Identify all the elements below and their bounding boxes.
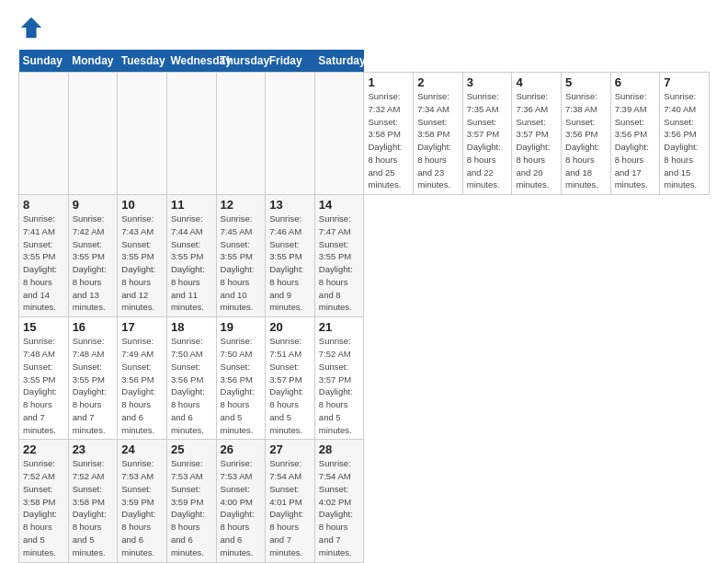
day-of-week-sunday: Sunday (19, 50, 69, 73)
calendar-cell: 21 Sunrise: 7:52 AM Sunset: 3:57 PM Dayl… (314, 317, 364, 440)
day-of-week-tuesday: Tuesday (118, 50, 167, 73)
day-number: 5 (565, 75, 607, 89)
day-info: Sunrise: 7:45 AM Sunset: 3:55 PM Dayligh… (221, 213, 262, 314)
calendar-cell: 4 Sunrise: 7:36 AM Sunset: 3:57 PM Dayli… (512, 73, 562, 195)
calendar-cell: 14 Sunrise: 7:47 AM Sunset: 3:55 PM Dayl… (314, 195, 364, 317)
day-info: Sunrise: 7:35 AM Sunset: 3:57 PM Dayligh… (467, 90, 508, 191)
day-number: 18 (171, 320, 212, 334)
day-number: 2 (417, 75, 459, 89)
calendar-cell (118, 73, 167, 195)
day-number: 3 (467, 75, 508, 89)
day-info: Sunrise: 7:54 AM Sunset: 4:01 PM Dayligh… (269, 457, 311, 558)
day-info: Sunrise: 7:46 AM Sunset: 3:55 PM Dayligh… (269, 213, 311, 314)
day-number: 11 (171, 198, 212, 212)
calendar-cell: 23 Sunrise: 7:52 AM Sunset: 3:58 PM Dayl… (68, 440, 118, 562)
day-info: Sunrise: 7:50 AM Sunset: 3:56 PM Dayligh… (171, 335, 212, 436)
calendar-cell (216, 73, 266, 195)
day-number: 25 (171, 442, 212, 456)
calendar-cell: 2 Sunrise: 7:34 AM Sunset: 3:58 PM Dayli… (414, 73, 463, 195)
day-info: Sunrise: 7:52 AM Sunset: 3:57 PM Dayligh… (319, 335, 360, 436)
day-info: Sunrise: 7:34 AM Sunset: 3:58 PM Dayligh… (417, 90, 459, 191)
day-info: Sunrise: 7:53 AM Sunset: 4:00 PM Dayligh… (221, 457, 262, 558)
day-number: 22 (23, 442, 64, 456)
day-info: Sunrise: 7:32 AM Sunset: 3:58 PM Dayligh… (368, 90, 409, 191)
day-info: Sunrise: 7:48 AM Sunset: 3:55 PM Dayligh… (73, 335, 114, 436)
calendar-cell: 22 Sunrise: 7:52 AM Sunset: 3:58 PM Dayl… (19, 440, 69, 562)
calendar-cell (68, 73, 118, 195)
day-info: Sunrise: 7:52 AM Sunset: 3:58 PM Dayligh… (23, 457, 64, 558)
calendar-cell: 1 Sunrise: 7:32 AM Sunset: 3:58 PM Dayli… (364, 73, 414, 195)
day-number: 4 (516, 75, 557, 89)
day-number: 24 (121, 442, 163, 456)
calendar-cell: 26 Sunrise: 7:53 AM Sunset: 4:00 PM Dayl… (216, 440, 266, 562)
calendar-cell: 8 Sunrise: 7:41 AM Sunset: 3:55 PM Dayli… (19, 195, 69, 317)
day-number: 1 (368, 75, 409, 89)
day-number: 19 (221, 320, 262, 334)
calendar-cell: 3 Sunrise: 7:35 AM Sunset: 3:57 PM Dayli… (462, 73, 512, 195)
calendar-cell: 15 Sunrise: 7:48 AM Sunset: 3:55 PM Dayl… (19, 317, 69, 440)
calendar-cell: 25 Sunrise: 7:53 AM Sunset: 3:59 PM Dayl… (166, 440, 216, 562)
day-info: Sunrise: 7:47 AM Sunset: 3:55 PM Dayligh… (319, 213, 360, 314)
calendar-cell: 5 Sunrise: 7:38 AM Sunset: 3:56 PM Dayli… (562, 73, 611, 195)
calendar-cell: 28 Sunrise: 7:54 AM Sunset: 4:02 PM Dayl… (314, 440, 364, 562)
day-number: 6 (615, 75, 656, 89)
day-info: Sunrise: 7:50 AM Sunset: 3:56 PM Dayligh… (221, 335, 262, 436)
day-info: Sunrise: 7:48 AM Sunset: 3:55 PM Dayligh… (23, 335, 64, 436)
calendar-cell: 9 Sunrise: 7:42 AM Sunset: 3:55 PM Dayli… (68, 195, 118, 317)
header (18, 15, 710, 40)
day-of-week-monday: Monday (68, 50, 118, 73)
day-info: Sunrise: 7:52 AM Sunset: 3:58 PM Dayligh… (73, 457, 114, 558)
day-number: 20 (269, 320, 311, 334)
calendar-table: SundayMondayTuesdayWednesdayThursdayFrid… (18, 50, 710, 563)
day-number: 10 (121, 198, 163, 212)
day-info: Sunrise: 7:36 AM Sunset: 3:57 PM Dayligh… (516, 90, 557, 191)
day-info: Sunrise: 7:49 AM Sunset: 3:56 PM Dayligh… (121, 335, 163, 436)
calendar-cell: 19 Sunrise: 7:50 AM Sunset: 3:56 PM Dayl… (216, 317, 266, 440)
calendar-cell (166, 73, 216, 195)
logo-icon (18, 15, 44, 40)
day-number: 13 (269, 198, 311, 212)
calendar-cell: 12 Sunrise: 7:45 AM Sunset: 3:55 PM Dayl… (216, 195, 266, 317)
svg-marker-0 (21, 17, 41, 38)
day-info: Sunrise: 7:39 AM Sunset: 3:56 PM Dayligh… (615, 90, 656, 191)
day-info: Sunrise: 7:53 AM Sunset: 3:59 PM Dayligh… (171, 457, 212, 558)
day-info: Sunrise: 7:41 AM Sunset: 3:55 PM Dayligh… (23, 213, 64, 314)
day-number: 9 (73, 198, 114, 212)
calendar-header-row: SundayMondayTuesdayWednesdayThursdayFrid… (19, 50, 710, 73)
day-info: Sunrise: 7:43 AM Sunset: 3:55 PM Dayligh… (121, 213, 163, 314)
day-number: 23 (73, 442, 114, 456)
calendar-cell: 27 Sunrise: 7:54 AM Sunset: 4:01 PM Dayl… (266, 440, 315, 562)
day-number: 27 (269, 442, 311, 456)
day-of-week-wednesday: Wednesday (166, 50, 216, 73)
calendar-cell: 10 Sunrise: 7:43 AM Sunset: 3:55 PM Dayl… (118, 195, 167, 317)
calendar-cell (314, 73, 364, 195)
calendar-cell (266, 73, 315, 195)
day-info: Sunrise: 7:38 AM Sunset: 3:56 PM Dayligh… (565, 90, 607, 191)
day-number: 28 (319, 442, 360, 456)
calendar-cell: 13 Sunrise: 7:46 AM Sunset: 3:55 PM Dayl… (266, 195, 315, 317)
logo (18, 15, 48, 40)
page: SundayMondayTuesdayWednesdayThursdayFrid… (0, 0, 728, 563)
day-of-week-friday: Friday (266, 50, 315, 73)
calendar-cell: 18 Sunrise: 7:50 AM Sunset: 3:56 PM Dayl… (166, 317, 216, 440)
calendar-cell: 11 Sunrise: 7:44 AM Sunset: 3:55 PM Dayl… (166, 195, 216, 317)
calendar-cell (19, 73, 69, 195)
day-number: 21 (319, 320, 360, 334)
calendar-cell: 7 Sunrise: 7:40 AM Sunset: 3:56 PM Dayli… (660, 73, 710, 195)
day-number: 16 (73, 320, 114, 334)
day-info: Sunrise: 7:53 AM Sunset: 3:59 PM Dayligh… (121, 457, 163, 558)
day-of-week-thursday: Thursday (216, 50, 266, 73)
day-number: 12 (221, 198, 262, 212)
day-number: 26 (221, 442, 262, 456)
calendar-cell: 17 Sunrise: 7:49 AM Sunset: 3:56 PM Dayl… (118, 317, 167, 440)
day-info: Sunrise: 7:54 AM Sunset: 4:02 PM Dayligh… (319, 457, 360, 558)
day-number: 14 (319, 198, 360, 212)
calendar-cell: 20 Sunrise: 7:51 AM Sunset: 3:57 PM Dayl… (266, 317, 315, 440)
day-info: Sunrise: 7:51 AM Sunset: 3:57 PM Dayligh… (269, 335, 311, 436)
day-info: Sunrise: 7:42 AM Sunset: 3:55 PM Dayligh… (73, 213, 114, 314)
calendar-cell: 24 Sunrise: 7:53 AM Sunset: 3:59 PM Dayl… (118, 440, 167, 562)
day-of-week-saturday: Saturday (314, 50, 364, 73)
day-number: 15 (23, 320, 64, 334)
day-info: Sunrise: 7:40 AM Sunset: 3:56 PM Dayligh… (664, 90, 705, 191)
day-number: 8 (23, 198, 64, 212)
